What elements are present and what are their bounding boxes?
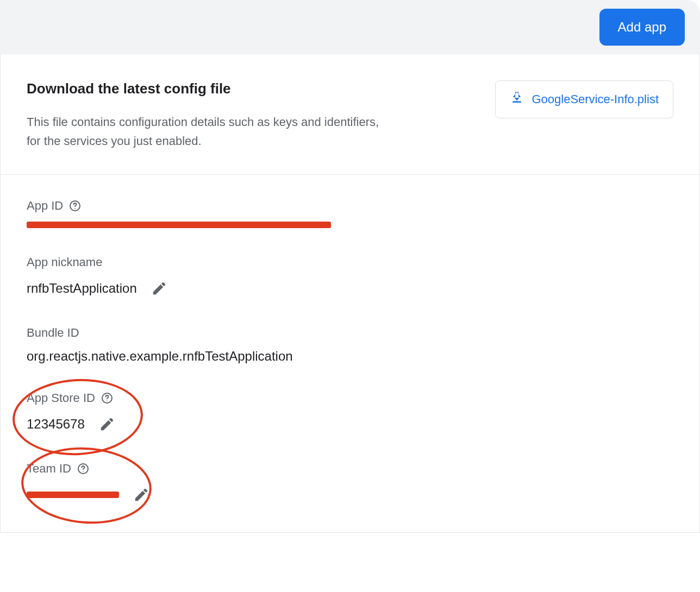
help-icon[interactable]	[68, 199, 82, 212]
config-heading: Download the latest config file	[27, 80, 385, 97]
app-store-id-value: 12345678	[27, 417, 85, 432]
download-plist-button[interactable]: GoogleService-Info.plist	[495, 80, 673, 118]
config-description: This file contains configuration details…	[27, 112, 385, 150]
edit-app-store-id-button[interactable]	[97, 414, 117, 434]
field-app-id: App ID	[27, 199, 673, 228]
bundle-id-label: Bundle ID	[27, 326, 79, 340]
app-nickname-value: rnfbTestApplication	[27, 281, 137, 296]
svg-point-2	[74, 209, 76, 210]
add-app-button[interactable]: Add app	[599, 9, 685, 46]
svg-point-6	[83, 471, 84, 473]
team-id-label: Team ID	[27, 462, 71, 476]
bundle-id-value: org.reactjs.native.example.rnfbTestAppli…	[27, 349, 293, 364]
team-id-value-redacted	[27, 492, 119, 498]
help-icon[interactable]	[77, 462, 90, 475]
svg-rect-0	[513, 102, 521, 103]
top-bar: Add app	[0, 0, 700, 54]
help-icon[interactable]	[101, 392, 114, 405]
download-icon	[510, 91, 524, 108]
field-app-store-id: App Store ID 12345678	[27, 391, 673, 434]
edit-team-id-button[interactable]	[131, 484, 152, 505]
app-id-value-redacted	[27, 222, 331, 228]
app-nickname-label: App nickname	[27, 255, 102, 269]
config-file-section: Download the latest config file This fil…	[27, 80, 673, 150]
app-settings-panel: Download the latest config file This fil…	[0, 54, 700, 533]
svg-point-4	[107, 401, 108, 402]
edit-app-nickname-button[interactable]	[149, 278, 170, 299]
download-plist-label: GoogleService-Info.plist	[532, 92, 659, 106]
divider	[1, 174, 699, 175]
field-team-id: Team ID	[27, 462, 673, 505]
field-bundle-id: Bundle ID org.reactjs.native.example.rnf…	[27, 326, 673, 364]
app-store-id-label: App Store ID	[27, 391, 95, 405]
field-app-nickname: App nickname rnfbTestApplication	[27, 255, 673, 299]
app-id-label: App ID	[27, 199, 63, 213]
